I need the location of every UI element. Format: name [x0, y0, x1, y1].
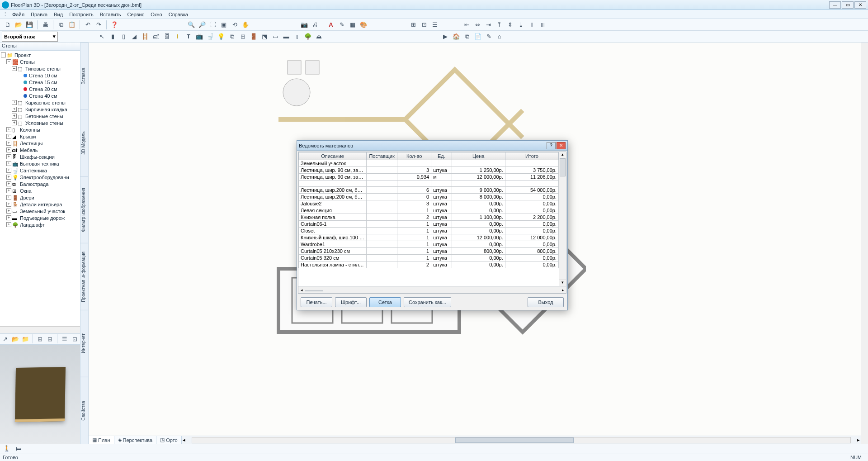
distribute-h-icon[interactable]: ⫴ — [527, 20, 537, 30]
grid-vscrollbar[interactable]: ▴ ▾ — [559, 152, 566, 286]
table-cell[interactable] — [367, 214, 397, 221]
table-cell[interactable]: штука — [431, 255, 452, 261]
exit-button[interactable]: Выход — [528, 297, 564, 307]
zoom-in-icon[interactable]: 🔍 — [186, 20, 196, 30]
table-cell[interactable] — [367, 174, 397, 181]
undo-icon[interactable]: ↶ — [83, 20, 93, 30]
tree-toggle[interactable]: + — [12, 114, 17, 119]
table-cell[interactable] — [367, 160, 397, 167]
tree-stairs[interactable]: Лестницы — [20, 141, 42, 146]
open-file-icon[interactable]: 📂 — [14, 20, 24, 30]
tree-toggle[interactable]: + — [6, 127, 11, 132]
grid-hscrollbar[interactable]: ◂ ▸ — [298, 286, 566, 294]
table-cell[interactable]: 11 208,00р. — [505, 174, 558, 181]
print-button[interactable]: Печать... — [301, 297, 332, 307]
table-cell[interactable]: 1 250,00р. — [452, 167, 505, 174]
table-cell[interactable]: Лестница, шир.200 см, бето — [299, 194, 367, 200]
table-cell[interactable]: штука — [431, 234, 452, 241]
table-cell[interactable] — [431, 160, 452, 167]
scroll-left-icon[interactable]: ◂ — [183, 437, 185, 443]
tool-2-icon[interactable]: 📂 — [11, 334, 20, 344]
table-cell[interactable] — [452, 160, 505, 167]
table-cell[interactable]: штука — [431, 167, 452, 174]
terrain-tool-icon[interactable]: ⛰ — [314, 32, 324, 42]
table-cell[interactable]: 0,00р. — [505, 207, 558, 214]
table-cell[interactable]: Closet — [299, 228, 367, 234]
table-row[interactable]: Curtain05 320 см1штука0,00р.0,00р. — [299, 255, 559, 261]
table-cell[interactable] — [367, 181, 397, 187]
redo-icon[interactable]: ↷ — [94, 20, 104, 30]
table-cell[interactable]: 1 100,00р. — [452, 214, 505, 221]
table-cell[interactable]: Лестница, шир.200 см, бето — [299, 187, 367, 194]
table-cell[interactable]: Настольная лампа - стиль Б — [299, 261, 367, 268]
table-row[interactable]: Настольная лампа - стиль Б2штука0,00р.0,… — [299, 261, 559, 268]
table-cell[interactable]: 54 000,00р. — [505, 187, 558, 194]
snap-icon[interactable]: ⊡ — [419, 20, 429, 30]
table-cell[interactable]: 0,00р. — [505, 228, 558, 234]
tree-wall10[interactable]: Стена 10 см — [29, 73, 57, 78]
saveas-button[interactable]: Сохранить как... — [404, 297, 451, 307]
edit-icon[interactable]: ✎ — [484, 32, 494, 42]
table-cell[interactable]: 1 — [397, 207, 431, 214]
table-cell[interactable]: 0,00р. — [452, 207, 505, 214]
table-cell[interactable]: 0,00р. — [505, 255, 558, 261]
menu-build[interactable]: Построить — [66, 11, 96, 18]
table-row[interactable]: Jalousie23штука0,00р.0,00р. — [299, 200, 559, 207]
side-tab-internet[interactable]: Интернет — [80, 310, 88, 377]
table-cell[interactable] — [367, 255, 397, 261]
table-cell[interactable]: Лестница, шир. 90 см, закры — [299, 174, 367, 181]
detail-tool-icon[interactable]: ⬔ — [259, 32, 269, 42]
canvas-hscrollbar[interactable]: ◂ ▸ — [182, 436, 861, 444]
layers2-icon[interactable]: ⧉ — [462, 32, 472, 42]
tree-toggle[interactable]: – — [6, 59, 11, 64]
tree-toggle[interactable]: + — [6, 188, 11, 193]
hscroll-right-icon[interactable]: ▸ — [560, 288, 566, 292]
distribute-v-icon[interactable]: ⫼ — [538, 20, 547, 30]
side-tab-filter[interactable]: Фильтр изображения — [80, 176, 88, 243]
grid-button[interactable]: Сетка — [369, 297, 401, 307]
table-row[interactable]: Лестница, шир. 90 см, закры3штука1 250,0… — [299, 167, 559, 174]
table-row[interactable]: Curtain05 210x230 см1штука800,00р.800,00… — [299, 248, 559, 255]
table-cell[interactable] — [367, 200, 397, 207]
menu-insert[interactable]: Вставить — [97, 11, 124, 18]
page-icon[interactable]: 📄 — [473, 32, 483, 42]
table-cell[interactable] — [397, 181, 431, 187]
table-cell[interactable]: 2 — [397, 261, 431, 268]
table-row[interactable]: Лестница, шир.200 см, бето6штука9 000,00… — [299, 187, 559, 194]
scroll-right-icon[interactable]: ▸ — [857, 437, 860, 443]
door-tool-icon[interactable]: 🚪 — [249, 32, 259, 42]
table-row[interactable]: Лестница, шир. 90 см, закры0,934м12 000,… — [299, 174, 559, 181]
col-description[interactable]: Описание — [299, 152, 367, 160]
pan-icon[interactable]: ✋ — [241, 20, 250, 30]
table-cell[interactable]: Лестница, шир. 90 см, закры — [299, 167, 367, 174]
table-cell[interactable]: штука — [431, 241, 452, 248]
tree-toggle[interactable]: + — [6, 134, 11, 139]
pencil-icon[interactable]: ✎ — [337, 20, 347, 30]
tree-wall20[interactable]: Стена 20 см — [29, 86, 57, 92]
electrical-tool-icon[interactable]: 💡 — [216, 32, 226, 42]
table-cell[interactable]: 800,00р. — [505, 248, 558, 255]
align-center-icon[interactable]: ⇔ — [472, 20, 482, 30]
tool-3-icon[interactable]: 📁 — [21, 334, 30, 344]
hscroll-left-icon[interactable]: ◂ — [298, 288, 305, 292]
copy-icon[interactable]: ⧉ — [56, 20, 66, 30]
table-cell[interactable] — [367, 261, 397, 268]
canvas-vscrollbar[interactable] — [861, 43, 868, 444]
table-cell[interactable]: 2 — [397, 214, 431, 221]
col-total[interactable]: Итого — [505, 152, 558, 160]
plant-tool-icon[interactable]: 🌳 — [303, 32, 313, 42]
new-file-icon[interactable]: 🗋 — [3, 20, 13, 30]
table-cell[interactable]: 12 000,00р. — [452, 234, 505, 241]
table-cell[interactable] — [367, 194, 397, 200]
table-cell[interactable]: 1 — [397, 255, 431, 261]
table-cell[interactable]: Книжная полка — [299, 214, 367, 221]
tree-electrical[interactable]: Электрооборудовани — [20, 175, 69, 180]
table-cell[interactable]: 0,00р. — [452, 241, 505, 248]
tree-closets[interactable]: Шкафы-секции — [20, 154, 55, 160]
table-cell[interactable] — [367, 187, 397, 194]
restore-button[interactable]: ▭ — [842, 1, 854, 9]
tree-toggle[interactable]: + — [6, 195, 11, 200]
close-button[interactable]: ✕ — [854, 1, 866, 9]
floor-selector[interactable]: Второй этаж ▾ — [2, 32, 58, 42]
table-cell[interactable]: 12 000,00р. — [505, 234, 558, 241]
